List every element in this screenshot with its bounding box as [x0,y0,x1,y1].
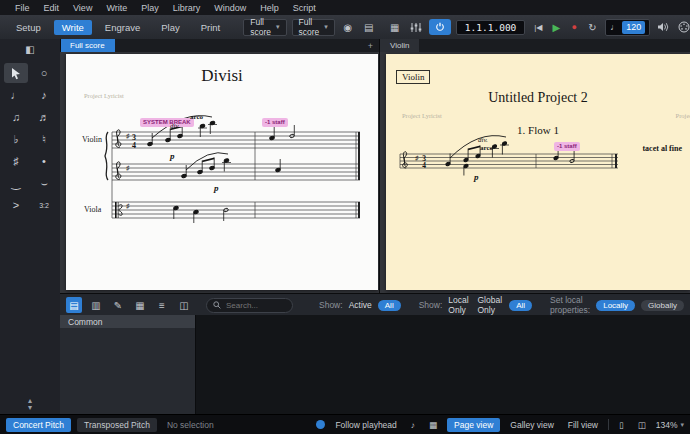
arco-marking[interactable]: arco [480,144,493,152]
play-button[interactable]: ▶ [548,19,564,35]
mixer-icon[interactable] [408,19,424,35]
set-globally-button[interactable]: Globally [641,300,684,311]
transposed-pitch-button[interactable]: Transposed Pitch [77,418,157,432]
local-only-option[interactable]: Local Only [448,295,471,315]
menu-file[interactable]: File [8,3,37,13]
dynamic-p[interactable]: p [170,151,175,161]
tie-button[interactable]: ‿ [4,173,28,193]
pointer-icon [10,67,22,80]
natural-button[interactable]: ♮ [32,129,56,149]
volume-icon[interactable] [655,19,671,35]
go-to-start-button[interactable]: |◀ [530,19,546,35]
jump-bar-icon[interactable]: ▦ [387,19,403,35]
menu-help[interactable]: Help [253,3,286,13]
score-page-violin-part[interactable]: ♯ 3 4 [386,54,690,290]
loop-icon[interactable]: ↻ [584,19,600,35]
global-only-option[interactable]: Global Only [477,295,503,315]
properties-search[interactable] [206,298,293,313]
properties-group-common[interactable]: Common [60,315,195,328]
zoom-control[interactable]: 134% ▾ [656,420,684,430]
grid-panel-icon[interactable]: ▦ [132,297,148,313]
quarter-note-button[interactable]: ♩ [4,85,28,105]
sixteenth-note-button[interactable]: ♬ [32,107,56,127]
playhead-indicator-icon[interactable] [316,420,325,429]
menu-script[interactable]: Script [286,3,323,13]
mixer-panel-icon[interactable]: ◫ [176,297,192,313]
mode-tab-engrave[interactable]: Engrave [97,20,148,35]
flat-button[interactable]: ♭ [4,129,28,149]
project-title: Untitled Project 2 [386,90,690,106]
faders-panel-icon[interactable]: ≡ [154,297,170,313]
part-name-token[interactable]: Violin [396,70,430,84]
key-editor-icon[interactable]: ▥ [88,297,104,313]
midi-icon[interactable] [676,19,690,35]
add-tab-button[interactable]: + [368,41,373,51]
accent-button[interactable]: > [4,195,28,215]
left-tab-group: Full score + [60,39,380,52]
view-options-eye-icon[interactable]: ◉ [340,19,356,35]
layout-selector-2[interactable]: Full score ▾ [292,19,335,36]
dynamic-p[interactable]: p [214,183,219,193]
show-all-button[interactable]: All [378,300,401,311]
dynamic-p[interactable]: p [474,172,479,182]
fill-view-button[interactable]: Fill view [564,418,602,432]
tempo-display[interactable]: ♩ 120 [605,19,650,36]
tab-full-score[interactable]: Full score [60,39,115,52]
toolbox-scroll-down-icon[interactable]: ▾ [28,404,32,411]
rhythmic-grid-icon[interactable]: ▦ [425,418,441,432]
pointer-tool-button[interactable] [4,63,28,83]
mode-tab-print[interactable]: Print [193,20,229,35]
note-input-icon[interactable]: ♪ [407,418,419,432]
divisi-marking[interactable]: div. [170,122,180,130]
record-button[interactable]: ● [566,19,582,35]
staff-change-signpost[interactable]: -1 staff [554,142,580,151]
search-input[interactable] [224,300,286,311]
mode-tab-play[interactable]: Play [153,20,187,35]
power-icon [435,22,445,32]
system-break-signpost[interactable]: SYSTEM BREAK [140,118,194,127]
music-notation-full-score[interactable]: ♯ 3 4 ♯ ♯ [66,54,378,290]
properties-empty-area [196,315,690,415]
meter-denominator: 4 [132,141,136,150]
concert-pitch-button[interactable]: Concert Pitch [6,418,71,432]
whole-note-button[interactable]: ○ [32,63,56,83]
notes-staff-violin-2[interactable] [181,153,280,179]
single-page-icon[interactable]: ▯ [615,418,628,432]
set-locally-button[interactable]: Locally [596,300,635,311]
properties-panel-icon[interactable]: ▤ [66,297,82,313]
staff-change-signpost[interactable]: -1 staff [262,118,288,127]
divisi-marking[interactable]: div. [478,136,488,144]
pen-tool-icon[interactable]: ✎ [110,297,126,313]
score-page-full-score[interactable]: ♯ 3 4 ♯ ♯ [66,54,378,290]
arco-marking[interactable]: arco [190,113,203,121]
scope-all-button[interactable]: All [509,300,532,311]
follow-playhead-toggle[interactable]: Follow playhead [331,418,400,432]
layout-selector-1[interactable]: Full score ▾ [243,19,286,36]
lower-zone-toolbar: ▤ ▥ ✎ ▦ ≡ ◫ Show: Active All Show: Local… [60,293,690,316]
notes-staff-viola[interactable] [173,206,228,223]
mode-tab-write[interactable]: Write [54,20,92,35]
page-spread-icon[interactable]: ◫ [634,418,650,432]
panel-toggle-icon[interactable]: ◧ [22,41,38,57]
galley-view-button[interactable]: Galley view [506,418,557,432]
sharp-button[interactable]: ♯ [4,151,28,171]
menu-play[interactable]: Play [134,3,166,13]
rhythm-dot-button[interactable]: • [32,151,56,171]
menu-window[interactable]: Window [207,3,253,13]
flow-heading: 1. Flow 1 [386,124,690,136]
score-pane-violin-part: ♯ 3 4 [380,52,690,293]
mode-tab-setup[interactable]: Setup [8,20,49,35]
tab-violin[interactable]: Violin [380,39,419,52]
menu-edit[interactable]: Edit [37,3,67,13]
menu-library[interactable]: Library [166,3,208,13]
menu-view[interactable]: View [66,3,99,13]
eighth-note-button[interactable]: ♪ [32,85,56,105]
page-view-button[interactable]: Page view [447,418,500,432]
beamed-notes-button[interactable]: ♫ [4,107,28,127]
panel-layout-icon[interactable]: ▤ [361,19,377,35]
menu-write[interactable]: Write [99,3,134,13]
slur-button[interactable]: ⌣ [32,173,56,193]
playback-engine-power-button[interactable] [429,19,451,35]
show-active-option[interactable]: Active [349,300,372,310]
tuplet-button[interactable]: 3:2 [32,195,56,215]
